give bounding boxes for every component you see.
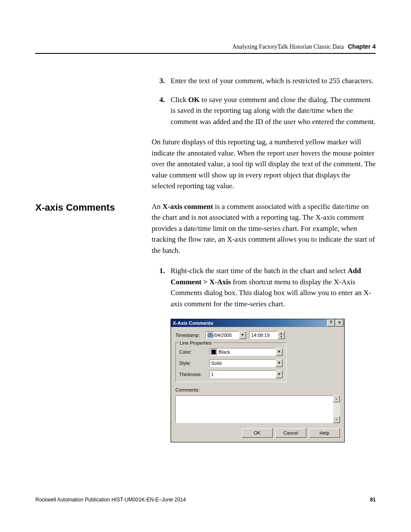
scroll-up-icon[interactable]: ▲	[333, 395, 340, 402]
step-3: 3. Enter the text of your comment, which…	[159, 75, 376, 87]
help-icon[interactable]: ?	[327, 320, 335, 327]
xaxis-step-1: 1. Right-click the start time of the bat…	[159, 265, 376, 309]
document-page: Analyzing FactoryTalk Historian Classic …	[0, 0, 411, 532]
date-field[interactable]: 05/04/2005	[206, 331, 239, 339]
close-icon[interactable]: ×	[336, 320, 343, 327]
footer-page-number: 81	[370, 497, 376, 503]
spin-up-icon[interactable]: ▲	[278, 331, 285, 335]
header-rule	[35, 53, 376, 54]
step-3-text: Enter the text of your comment, which is…	[171, 77, 374, 85]
color-dropdown-icon[interactable]: ▼	[276, 348, 283, 356]
dialog-figure: X-Axis Comments ? × Timestamp: 05/04/200…	[152, 319, 376, 442]
comments-scrollbar[interactable]: ▲ ▼	[333, 395, 340, 423]
footer-publication: Rockwell Automation Publication HIST-UM0…	[35, 497, 186, 503]
step-4-pre: Click	[171, 96, 188, 104]
date-rest: /04/2005	[213, 332, 232, 339]
cancel-button[interactable]: Cancel	[275, 428, 306, 438]
content-block-1: 3. Enter the text of your comment, which…	[35, 75, 376, 201]
ok-button[interactable]: OK	[242, 428, 273, 438]
style-label: Style:	[179, 360, 209, 367]
help-button[interactable]: Help	[309, 428, 340, 438]
dialog-titlebar[interactable]: X-Axis Comments ? ×	[171, 319, 344, 327]
header-chapter: Chapter 4	[348, 43, 376, 50]
style-row: Style: Solid ▼	[179, 359, 283, 367]
scroll-track[interactable]	[333, 402, 340, 416]
header-title: Analyzing FactoryTalk Historian Classic …	[232, 44, 344, 50]
comments-area: ▲ ▼	[175, 395, 340, 423]
step-4: 4. Click OK to save your comment and clo…	[159, 94, 376, 128]
xaxis-intro-pre: An	[152, 202, 162, 211]
step-3-num: 3.	[159, 75, 165, 87]
page-footer: Rockwell Automation Publication HIST-UM0…	[35, 497, 376, 503]
thickness-dropdown-icon[interactable]: ▼	[276, 370, 283, 378]
dialog-title: X-Axis Comments	[173, 320, 326, 327]
step-4-post: to save your comment and close the dialo…	[171, 96, 375, 126]
future-paragraph: On future displays of this reporting tag…	[152, 137, 376, 192]
color-swatch-icon	[211, 349, 216, 355]
style-field[interactable]: Solid	[209, 359, 276, 367]
color-value: Black	[218, 348, 230, 356]
section-heading-xaxis: X-axis Comments	[35, 201, 152, 213]
xaxis-steps: 1. Right-click the start time of the bat…	[152, 265, 376, 309]
date-dropdown-icon[interactable]: ▼	[239, 331, 246, 339]
xaxis-intro-paragraph: An X-axis comment is a comment associate…	[152, 201, 376, 256]
date-selected-part: 05	[207, 332, 213, 339]
line-properties-group: Line Properties Color: Black ▼ Sty	[175, 342, 286, 382]
thickness-row: Thickness: 1 ▼	[179, 370, 283, 378]
thickness-field[interactable]: 1	[209, 370, 276, 378]
page-header: Analyzing FactoryTalk Historian Classic …	[35, 43, 376, 50]
scroll-down-icon[interactable]: ▼	[333, 416, 340, 423]
color-field[interactable]: Black	[209, 348, 276, 356]
xaxis-step-1-num: 1.	[159, 265, 165, 277]
dialog-buttons: OK Cancel Help	[175, 428, 340, 438]
xaxis-comments-dialog: X-Axis Comments ? × Timestamp: 05/04/200…	[171, 319, 345, 442]
dialog-body: Timestamp: 05/04/2005 ▼ 14:08:19 ▲ ▼	[171, 327, 344, 442]
xaxis-step-1-seg1: Right-click the start time of the batch …	[171, 267, 348, 275]
spin-down-icon[interactable]: ▼	[278, 335, 285, 339]
comments-label: Comments:	[175, 386, 340, 394]
steps-list-cont: 3. Enter the text of your comment, which…	[152, 75, 376, 127]
timestamp-label: Timestamp:	[175, 332, 206, 339]
content-block-2: X-axis Comments An X-axis comment is a c…	[35, 201, 376, 442]
line-properties-legend: Line Properties	[178, 339, 213, 347]
comments-textarea[interactable]	[175, 395, 333, 423]
xaxis-intro-bold: X-axis comment	[162, 202, 213, 211]
style-dropdown-icon[interactable]: ▼	[276, 359, 283, 367]
time-field[interactable]: 14:08:19	[249, 331, 278, 339]
step-4-bold: OK	[188, 96, 199, 104]
color-label: Color:	[179, 348, 209, 356]
step-4-num: 4.	[159, 94, 165, 106]
timestamp-row: Timestamp: 05/04/2005 ▼ 14:08:19 ▲ ▼	[175, 331, 340, 339]
time-spinner[interactable]: ▲ ▼	[278, 331, 285, 339]
thickness-label: Thickness:	[179, 371, 209, 378]
color-row: Color: Black ▼	[179, 348, 283, 356]
